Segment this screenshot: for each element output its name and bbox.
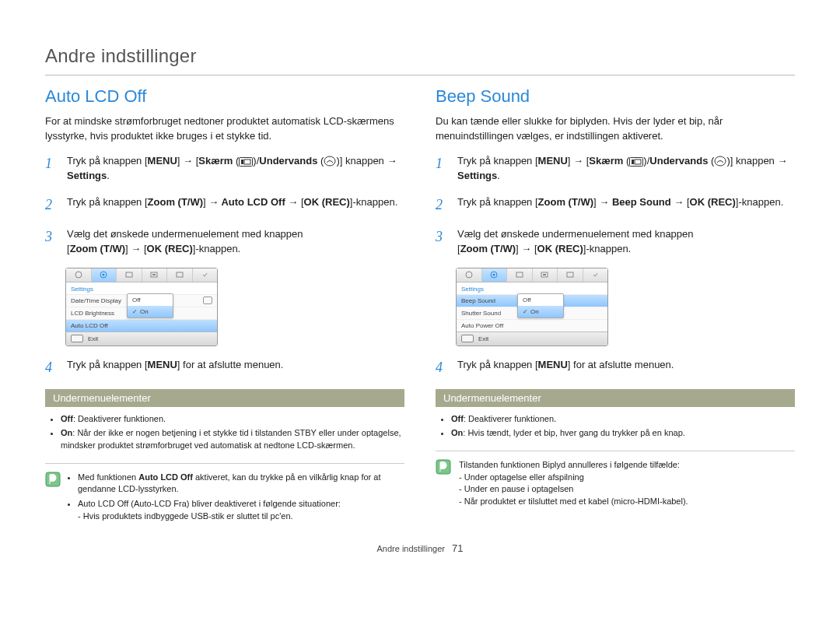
step-body: Vælg det ønskede undermenuelement med kn… [457,226,795,257]
note-icon [436,459,451,509]
step-number: 2 [436,195,446,216]
note-box: Med funktionen Auto LCD Off aktiveret, k… [45,463,404,526]
step-body: Tryk på knappen [MENU] → [Skærm ()/Under… [457,153,795,184]
submenu-band: Undermenuelementer [45,389,404,407]
lcd-tab-icon [507,268,533,282]
lcd-row-selected: Auto LCD Off [66,319,217,332]
step-number: 3 [436,226,446,257]
step-2: 2 Tryk på knappen [Zoom (T/W)] → Auto LC… [45,195,404,216]
svg-rect-1 [241,160,243,164]
lcd-popup-option: Off [518,294,563,306]
steps-list: 1 Tryk på knappen [MENU] → [Skærm ()/Und… [436,153,795,257]
svg-rect-2 [244,160,250,164]
step-3: 3 Vælg det ønskede undermenuelement med … [45,226,404,257]
svg-point-18 [493,274,495,276]
section-heading-auto-lcd-off: Auto LCD Off [45,86,404,107]
divider [45,75,795,75]
steps-list-cont: 4 Tryk på knappen [MENU] for at afslutte… [436,357,795,378]
svg-rect-21 [543,274,546,275]
submenu-item: On: Hvis tændt, lyder et bip, hver gang … [451,427,795,440]
manual-page: Andre indstillinger Auto LCD Off For at … [0,0,840,568]
section-heading-beep-sound: Beep Sound [436,86,795,107]
svg-point-6 [103,274,105,276]
svg-rect-10 [177,272,183,277]
lcd-bottom-bar: Exit [457,332,607,346]
lcd-screenshot: Settings Date/Time Display LCD Brightnes… [65,268,404,346]
step-number: 1 [436,153,446,184]
note-content: Tilstanden funktionen Biplyd annulleres … [459,459,688,509]
svg-rect-7 [126,272,132,277]
lcd-popup-option-selected: ✓On [128,306,173,317]
lcd-screenshot: Settings Beep Sound Shutter Sound Auto P… [456,268,795,346]
left-column: Auto LCD Off For at mindske strømforbrug… [45,86,404,525]
note-list: Med funktionen Auto LCD Off aktiveret, k… [68,472,404,526]
lcd-popup-option-selected: ✓On [518,306,563,317]
lcd-tab-icon [117,268,142,282]
underwater-icon [324,156,336,167]
submenu-items: Off: Deaktiverer funktionen. On: Hvis tæ… [436,413,795,440]
svg-point-16 [466,272,472,278]
step-number: 4 [45,357,56,378]
step-2: 2 Tryk på knappen [Zoom (T/W)] → Beep So… [436,195,795,216]
screen-icon [629,157,643,167]
step-body: Tryk på knappen [MENU] → [Skærm ()/Under… [67,153,404,184]
lcd-tab-icon [193,268,218,282]
right-column: Beep Sound Du kan tænde eller slukke for… [436,86,795,525]
lcd-popup: Off ✓On [517,293,564,318]
submenu-item: Off: Deaktiverer funktionen. [61,413,404,426]
menu-button-icon [461,335,474,342]
step-number: 3 [45,226,56,257]
svg-rect-9 [152,274,156,275]
lcd-tab-icon [92,268,117,282]
note-item: Auto LCD Off (Auto-LCD Fra) bliver deakt… [78,498,404,523]
steps-list: 1 Tryk på knappen [MENU] → [Skærm ()/Und… [45,153,404,257]
step-body: Tryk på knappen [MENU] for at afslutte m… [457,357,795,378]
lcd-tab-icon [142,268,168,282]
step-1: 1 Tryk på knappen [MENU] → [Skærm ()/Und… [436,153,795,184]
step-number: 4 [436,357,446,378]
lcd-tab-icon [533,268,558,282]
check-icon: ✓ [523,308,528,315]
submenu-band: Undermenuelementer [436,389,795,407]
lcd-tabs [66,268,217,282]
page-footer: Andre indstillinger 71 [45,542,795,554]
svg-rect-19 [516,272,523,277]
lcd-tab-icon [66,268,92,282]
footer-label: Andre indstillinger [377,544,445,553]
lcd-tab-icon [457,268,482,282]
lcd-mock: Settings Date/Time Display LCD Brightnes… [65,268,218,346]
section-lead: For at mindske strømforbruget nedtoner p… [45,114,404,144]
note-icon [45,472,61,526]
lcd-tab-icon [167,268,193,282]
menu-button-icon [71,335,83,342]
step-body: Tryk på knappen [Zoom (T/W)] → Beep Soun… [457,195,795,216]
svg-rect-22 [567,272,573,277]
lcd-menu-list: Date/Time Display LCD Brightness Auto LC… [66,294,217,332]
lcd-tab-icon [482,268,508,282]
lcd-tab-icon [558,268,583,282]
lcd-row: Auto Power Off [457,319,607,332]
step-body: Vælg det ønskede undermenuelement med kn… [67,226,404,257]
step-4: 4 Tryk på knappen [MENU] for at afslutte… [436,357,795,378]
two-column-layout: Auto LCD Off For at mindske strømforbrug… [45,86,795,525]
screen-icon [239,157,253,167]
lcd-menu-list: Beep Sound Shutter Sound Auto Power Off … [457,294,607,332]
step-body: Tryk på knappen [Zoom (T/W)] → Auto LCD … [67,195,404,216]
chapter-title: Andre indstillinger [45,45,795,67]
steps-list-cont: 4 Tryk på knappen [MENU] for at afslutte… [45,357,404,378]
lcd-title: Settings [457,282,607,294]
step-3: 3 Vælg det ønskede undermenuelement med … [436,226,795,257]
lcd-bottom-bar: Exit [66,332,217,346]
lcd-popup-option: Off [128,294,173,306]
underwater-icon [714,156,726,167]
svg-point-4 [75,272,82,278]
step-number: 1 [45,153,56,184]
lcd-mock: Settings Beep Sound Shutter Sound Auto P… [456,268,608,346]
submenu-items: Off: Deaktiverer funktionen. On: Når der… [45,413,404,452]
section-lead: Du kan tænde eller slukke for biplyden. … [436,114,795,144]
lcd-row-icon [203,296,212,304]
svg-rect-14 [635,160,641,164]
submenu-item: On: Når der ikke er nogen betjening i et… [61,427,404,452]
page-number: 71 [452,542,463,554]
note-item: Med funktionen Auto LCD Off aktiveret, k… [78,472,404,496]
